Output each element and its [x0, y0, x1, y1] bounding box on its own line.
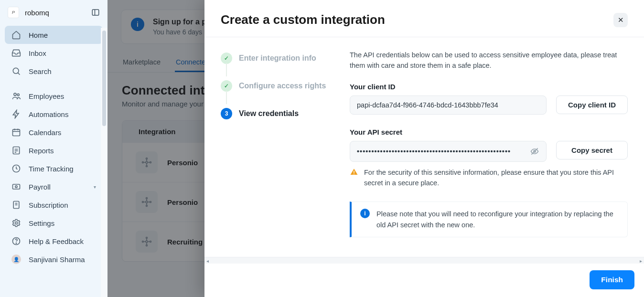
- client-id-value: papi-dcfaa7d4-f966-4746-bdcd-1643bbb7fe3…: [357, 101, 498, 109]
- sidebar-item-label: Calendars: [29, 128, 61, 137]
- subscription-icon: [11, 200, 21, 210]
- svg-point-16: [15, 186, 17, 188]
- sidebar-item-settings[interactable]: Settings: [5, 214, 103, 232]
- info-note-text: Please note that you will need to reconf…: [376, 209, 619, 230]
- close-icon: ✕: [618, 16, 624, 24]
- toggle-visibility-icon[interactable]: [530, 147, 539, 156]
- info-icon: i: [360, 209, 370, 218]
- step-view-credentials: 3 View credentials: [221, 105, 331, 133]
- sidebar-item-subscription[interactable]: Subscription: [5, 196, 103, 214]
- svg-rect-15: [13, 184, 20, 189]
- sidebar-item-user[interactable]: 👤 Sanjivani Sharma: [5, 250, 103, 268]
- horizontal-scrollbar[interactable]: [204, 257, 644, 264]
- sidebar-item-label: Time Tracking: [29, 165, 74, 173]
- svg-rect-0: [92, 10, 99, 15]
- sidebar-item-time-tracking[interactable]: Time Tracking: [5, 159, 103, 178]
- api-secret-label: Your API secret: [350, 128, 628, 136]
- sidebar-item-label: Home: [29, 31, 48, 39]
- sidebar-item-search[interactable]: Search: [5, 62, 103, 80]
- svg-point-4: [14, 93, 16, 95]
- sidebar-item-label: Payroll: [29, 183, 51, 191]
- sidebar-collapse-icon[interactable]: [91, 8, 100, 17]
- check-icon: ✓: [221, 80, 232, 92]
- svg-rect-53: [354, 173, 354, 174]
- svg-point-20: [15, 222, 18, 224]
- user-avatar: 👤: [11, 255, 21, 264]
- step-number-icon: 3: [221, 108, 232, 119]
- clock-icon: [11, 164, 21, 173]
- step-enter-info: ✓ Enter integration info: [221, 50, 331, 77]
- sidebar-item-label: Automations: [29, 110, 68, 118]
- copy-secret-button[interactable]: Copy secret: [556, 141, 628, 159]
- sidebar-item-label: Subscription: [29, 201, 68, 209]
- home-icon: [11, 30, 21, 40]
- user-name: Sanjivani Sharma: [29, 255, 85, 264]
- finish-button[interactable]: Finish: [590, 270, 634, 289]
- employees-icon: [11, 91, 21, 101]
- sidebar-item-inbox[interactable]: Inbox: [5, 44, 103, 62]
- step-label: Enter integration info: [239, 54, 316, 63]
- reports-icon: [11, 146, 21, 155]
- panel-lead-text: The API credentials below can be used to…: [350, 50, 628, 71]
- sidebar-item-label: Settings: [29, 219, 54, 227]
- client-id-field[interactable]: papi-dcfaa7d4-f966-4746-bdcd-1643bbb7fe3…: [350, 95, 547, 115]
- calendar-icon: [11, 127, 21, 137]
- sidebar-item-employees[interactable]: Employees: [5, 87, 103, 105]
- sidebar-item-label: Employees: [29, 92, 64, 100]
- sidebar-item-help[interactable]: Help & Feedback: [5, 232, 103, 250]
- step-access-rights: ✓ Configure access rights: [221, 77, 331, 105]
- security-warning-text: For the security of this sensitive infor…: [364, 168, 628, 189]
- sidebar-item-calendars[interactable]: Calendars: [5, 123, 103, 141]
- panel-title: Create a custom integration: [221, 12, 385, 27]
- sidebar-item-label: Inbox: [29, 49, 46, 57]
- sidebar-item-reports[interactable]: Reports: [5, 141, 103, 159]
- gear-icon: [11, 218, 21, 228]
- sidebar-scrollbar[interactable]: [101, 28, 107, 297]
- sidebar-item-payroll[interactable]: Payroll ▾: [5, 178, 103, 196]
- sidebar-item-home[interactable]: Home: [5, 26, 103, 44]
- help-icon: [11, 236, 21, 246]
- api-secret-field[interactable]: ••••••••••••••••••••••••••••••••••••••••…: [350, 141, 547, 162]
- info-note: i Please note that you will need to reco…: [350, 202, 628, 237]
- sidebar-item-label: Search: [29, 67, 52, 75]
- step-label: View credentials: [239, 109, 299, 118]
- api-secret-value: ••••••••••••••••••••••••••••••••••••••••…: [357, 148, 511, 155]
- svg-point-22: [16, 243, 16, 244]
- sidebar: P robomq Home Inbox Search E: [0, 0, 107, 297]
- client-id-label: Your client ID: [350, 83, 628, 91]
- create-integration-panel: Create a custom integration ✕ ✓ Enter in…: [204, 0, 644, 297]
- workspace-name: robomq: [25, 9, 86, 17]
- svg-line-3: [18, 73, 20, 74]
- stepper: ✓ Enter integration info ✓ Configure acc…: [221, 50, 331, 252]
- svg-rect-6: [13, 129, 20, 136]
- payroll-icon: [11, 182, 21, 191]
- inbox-icon: [11, 48, 21, 58]
- svg-rect-52: [354, 171, 354, 173]
- svg-point-2: [13, 68, 19, 74]
- svg-point-5: [17, 94, 19, 95]
- sidebar-item-automations[interactable]: Automations: [5, 105, 103, 123]
- step-label: Configure access rights: [239, 82, 326, 90]
- chevron-down-icon: ▾: [94, 184, 96, 190]
- sidebar-item-label: Reports: [29, 147, 54, 155]
- search-icon: [11, 66, 21, 76]
- check-icon: ✓: [221, 53, 232, 64]
- warning-icon: [350, 168, 358, 176]
- copy-client-id-button[interactable]: Copy client ID: [556, 95, 628, 114]
- workspace-logo: P: [8, 7, 19, 18]
- close-button[interactable]: ✕: [613, 13, 628, 27]
- automations-icon: [11, 109, 21, 119]
- sidebar-item-label: Help & Feedback: [29, 237, 84, 245]
